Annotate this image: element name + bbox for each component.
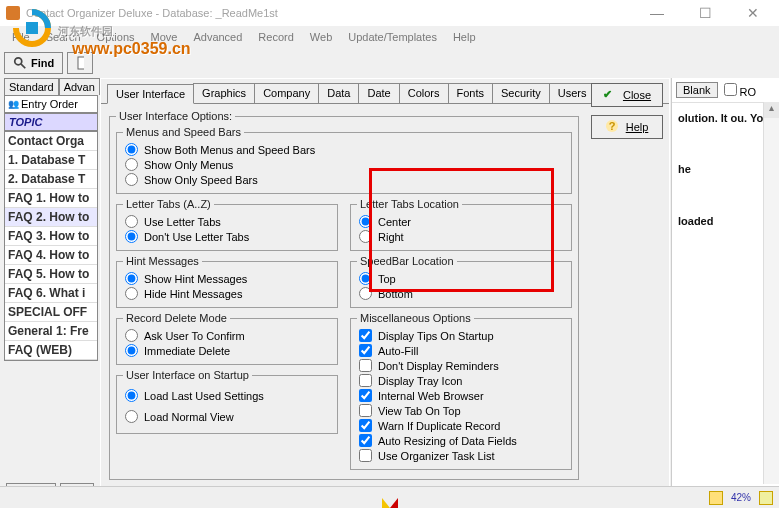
list-item[interactable]: FAQ 3. How to — [5, 227, 97, 246]
radio-dont-use-letter-tabs[interactable]: Don't Use Letter Tabs — [123, 229, 331, 244]
tab-graphics[interactable]: Graphics — [193, 83, 255, 103]
radio-immediate-delete[interactable]: Immediate Delete — [123, 343, 331, 358]
dialog-tabs: User Interface Graphics Company Data Dat… — [101, 79, 669, 104]
topic-header: TOPIC — [4, 113, 98, 131]
list-item[interactable]: General 1: Fre — [5, 322, 97, 341]
find-icon — [13, 56, 27, 70]
check-auto-fill[interactable]: Auto-Fill — [357, 343, 565, 358]
ro-checkbox[interactable]: RO — [724, 83, 757, 98]
check-tips-startup[interactable]: Display Tips On Startup — [357, 328, 565, 343]
dialog-close-button[interactable]: Close — [591, 83, 663, 107]
svg-rect-3 — [78, 57, 84, 69]
speedbar-location-group: SpeedBar Location Top Bottom — [350, 255, 572, 308]
check-dont-display-reminders[interactable]: Don't Display Reminders — [357, 358, 565, 373]
letter-tabs-legend: Letter Tabs (A..Z) — [123, 198, 214, 210]
help-icon — [606, 120, 620, 134]
svg-point-1 — [15, 58, 22, 65]
tab-colors[interactable]: Colors — [399, 83, 449, 103]
radio-show-both[interactable]: Show Both Menus and Speed Bars — [123, 142, 565, 157]
options-dialog: User Interface Graphics Company Data Dat… — [100, 78, 670, 508]
delete-legend: Record Delete Mode — [123, 312, 230, 324]
radio-load-last[interactable]: Load Last Used Settings — [123, 385, 331, 406]
status-icon — [709, 491, 723, 505]
letter-tabs-location-group: Letter Tabs Location Center Right — [350, 198, 572, 251]
tab-users[interactable]: Users — [549, 83, 596, 103]
radio-hide-hints[interactable]: Hide Hint Messages — [123, 286, 331, 301]
menu-advanced[interactable]: Advanced — [185, 29, 250, 45]
window-title: Contact Organizer Deluxe - Database: _Re… — [26, 7, 278, 19]
zoom-percent: 42% — [731, 492, 751, 503]
document-icon — [76, 56, 84, 70]
tab-advanced[interactable]: Advan — [59, 78, 100, 95]
menus-speed-legend: Menus and Speed Bars — [123, 126, 244, 138]
titlebar: Contact Organizer Deluxe - Database: _Re… — [0, 0, 779, 26]
list-item[interactable]: FAQ 5. How to — [5, 265, 97, 284]
hint-messages-group: Hint Messages Show Hint Messages Hide Hi… — [116, 255, 338, 308]
check-task-list[interactable]: Use Organizer Task List — [357, 448, 565, 463]
topic-list[interactable]: Contact Orga 1. Database T 2. Database T… — [4, 131, 98, 361]
radio-lt-center[interactable]: Center — [357, 214, 565, 229]
tab-fonts[interactable]: Fonts — [448, 83, 494, 103]
tab-standard[interactable]: Standard — [4, 78, 59, 95]
radio-lt-right[interactable]: Right — [357, 229, 565, 244]
menu-help[interactable]: Help — [445, 29, 484, 45]
misc-options-group: Miscellaneous Options Display Tips On St… — [350, 312, 572, 470]
scrollbar[interactable]: ▴ — [763, 102, 779, 484]
ui-options-group: User Interface Options: Menus and Speed … — [109, 110, 579, 480]
list-item[interactable]: FAQ 2. How to — [5, 208, 97, 227]
status-icon — [759, 491, 773, 505]
entry-order-label: Entry Order — [21, 98, 78, 110]
misc-legend: Miscellaneous Options — [357, 312, 474, 324]
left-panel: Standard Advan 👥 Entry Order TOPIC Conta… — [4, 78, 98, 508]
list-item[interactable]: FAQ 6. What i — [5, 284, 97, 303]
tab-company[interactable]: Company — [254, 83, 319, 103]
check-auto-resize[interactable]: Auto Resizing of Data Fields — [357, 433, 565, 448]
people-icon: 👥 — [8, 99, 19, 109]
lt-loc-legend: Letter Tabs Location — [357, 198, 462, 210]
check-warn-duplicate[interactable]: Warn If Duplicate Record — [357, 418, 565, 433]
right-pane: Blank RO olution. It ou. You he loaded ▴ — [671, 78, 779, 508]
menu-update-templates[interactable]: Update/Templates — [340, 29, 445, 45]
sb-loc-legend: SpeedBar Location — [357, 255, 457, 267]
menus-speed-group: Menus and Speed Bars Show Both Menus and… — [116, 126, 572, 194]
close-window-button[interactable]: ✕ — [733, 5, 773, 21]
radio-load-normal[interactable]: Load Normal View — [123, 406, 331, 427]
radio-ask-confirm[interactable]: Ask User To Confirm — [123, 328, 331, 343]
tab-date[interactable]: Date — [358, 83, 399, 103]
scroll-up-icon[interactable]: ▴ — [764, 102, 779, 118]
maximize-button[interactable]: ☐ — [685, 5, 725, 21]
entry-order-selector[interactable]: 👥 Entry Order — [4, 95, 98, 113]
arrows-icon — [382, 498, 398, 508]
tab-security[interactable]: Security — [492, 83, 550, 103]
list-item[interactable]: Contact Orga — [5, 132, 97, 151]
radio-show-speedbars[interactable]: Show Only Speed Bars — [123, 172, 565, 187]
list-item[interactable]: FAQ (WEB) — [5, 341, 97, 360]
check-icon — [603, 88, 617, 102]
radio-use-letter-tabs[interactable]: Use Letter Tabs — [123, 214, 331, 229]
startup-group: User Interface on Startup Load Last Used… — [116, 369, 338, 434]
tab-user-interface[interactable]: User Interface — [107, 84, 194, 104]
tab-data[interactable]: Data — [318, 83, 359, 103]
menu-web[interactable]: Web — [302, 29, 340, 45]
hint-legend: Hint Messages — [123, 255, 202, 267]
menu-record[interactable]: Record — [250, 29, 301, 45]
radio-show-hints[interactable]: Show Hint Messages — [123, 271, 331, 286]
list-item[interactable]: SPECIAL OFF — [5, 303, 97, 322]
find-button[interactable]: Find — [4, 52, 63, 74]
list-item[interactable]: 1. Database T — [5, 151, 97, 170]
check-internal-browser[interactable]: Internal Web Browser — [357, 388, 565, 403]
list-item[interactable]: FAQ 1. How to — [5, 189, 97, 208]
startup-legend: User Interface on Startup — [123, 369, 252, 381]
minimize-button[interactable]: — — [637, 5, 677, 21]
radio-sb-top[interactable]: Top — [357, 271, 565, 286]
check-tray-icon[interactable]: Display Tray Icon — [357, 373, 565, 388]
list-item[interactable]: FAQ 4. How to — [5, 246, 97, 265]
dialog-help-button[interactable]: Help — [591, 115, 663, 139]
blank-button[interactable]: Blank — [676, 82, 718, 98]
radio-show-menus[interactable]: Show Only Menus — [123, 157, 565, 172]
menu-file[interactable]: File — [4, 29, 38, 45]
list-item[interactable]: 2. Database T — [5, 170, 97, 189]
app-icon — [6, 6, 20, 20]
radio-sb-bottom[interactable]: Bottom — [357, 286, 565, 301]
check-view-tab-top[interactable]: View Tab On Top — [357, 403, 565, 418]
